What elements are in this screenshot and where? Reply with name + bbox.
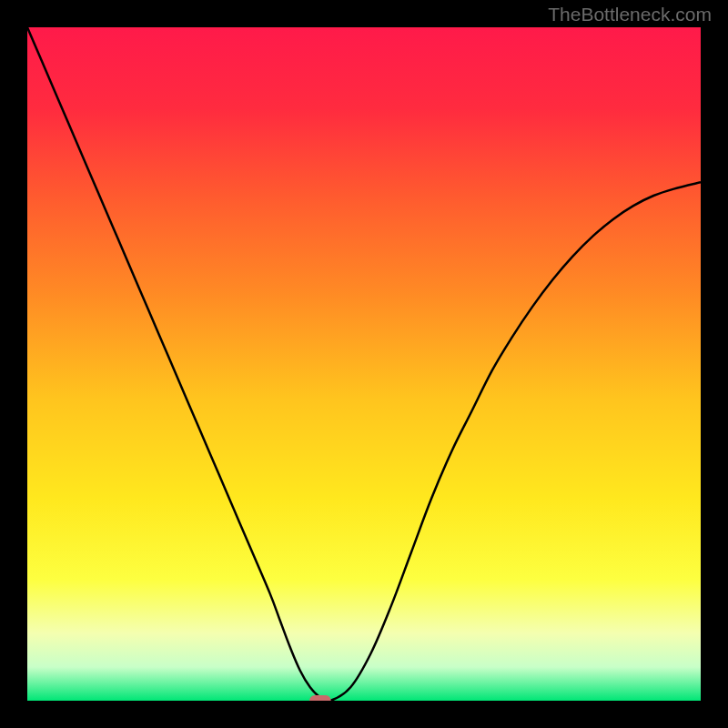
watermark-text: TheBottleneck.com bbox=[548, 4, 712, 25]
bottleneck-chart bbox=[27, 27, 701, 701]
gradient-background bbox=[27, 27, 701, 701]
optimal-point-marker bbox=[309, 695, 331, 701]
chart-svg bbox=[27, 27, 701, 701]
